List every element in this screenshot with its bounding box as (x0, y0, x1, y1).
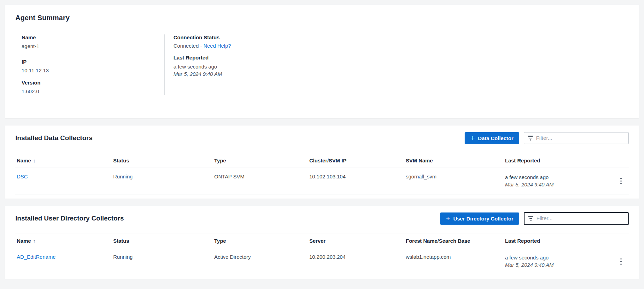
filter-icon (528, 136, 533, 141)
add-user-directory-collector-button-label: User Directory Collector (453, 216, 513, 222)
user-directory-collectors-header: Installed User Directory Collectors + Us… (15, 212, 629, 225)
agent-ip-value: 10.11.12.13 (22, 67, 164, 74)
plus-icon: + (471, 134, 475, 142)
connection-status-label: Connection Status (173, 34, 231, 40)
agent-summary-right-column: Connection Status Connected - Need Help?… (165, 34, 231, 95)
column-header-status[interactable]: Status (113, 238, 214, 244)
plus-icon: + (446, 215, 450, 222)
user-directory-collectors-title: Installed User Directory Collectors (15, 215, 440, 222)
add-user-directory-collector-button[interactable]: + User Directory Collector (440, 212, 519, 225)
add-data-collector-button[interactable]: + Data Collector (465, 132, 519, 144)
user-directory-type-cell: Active Directory (214, 248, 309, 275)
data-collector-actions-cell (613, 168, 629, 194)
column-header-last-reported[interactable]: Last Reported (505, 238, 613, 244)
agent-version-field: Version 1.602.0 (22, 80, 164, 95)
data-collector-svm-name-cell: sgornall_svm (406, 168, 505, 194)
user-directory-collectors-card: Installed User Directory Collectors + Us… (5, 206, 639, 279)
agent-name-label: Name (22, 34, 164, 40)
column-header-type[interactable]: Type (214, 158, 309, 163)
user-directory-collector-row: AD_EditRename Running Active Directory 1… (15, 248, 629, 275)
data-collector-name-link[interactable]: DSC (17, 174, 28, 179)
agent-version-value: 1.602.0 (22, 88, 164, 95)
data-collectors-table: Name↑ Status Type Cluster/SVM IP SVM Nam… (15, 153, 629, 194)
data-collectors-filter-input[interactable] (536, 135, 624, 141)
user-directory-collectors-table: Name↑ Status Type Server Forest Name/Sea… (15, 233, 629, 275)
agent-last-reported-timestamp: Mar 5, 2024 9:40 AM (173, 70, 231, 78)
user-directory-filter-box (524, 212, 629, 225)
last-reported-relative: a few seconds ago (505, 254, 613, 261)
column-header-server[interactable]: Server (309, 238, 406, 244)
agent-ip-label: IP (22, 59, 164, 65)
agent-last-reported-field: Last Reported a few seconds ago Mar 5, 2… (173, 55, 231, 78)
column-header-status[interactable]: Status (113, 158, 214, 163)
user-directory-forest-cell: wslab1.netapp.com (406, 248, 505, 275)
kebab-menu-icon[interactable] (618, 256, 624, 267)
filter-icon (528, 216, 533, 221)
data-collector-cluster-ip-cell: 10.102.103.104 (309, 168, 406, 194)
user-directory-actions-cell (613, 248, 629, 275)
sort-ascending-icon: ↑ (33, 158, 36, 163)
last-reported-timestamp: Mar 5, 2024 9:40 AM (505, 261, 613, 268)
connection-status-text: Connected (173, 43, 199, 49)
data-collectors-filter-box (524, 132, 629, 144)
agent-summary-title: Agent Summary (15, 14, 629, 22)
last-reported-timestamp: Mar 5, 2024 9:40 AM (505, 181, 613, 188)
agent-last-reported-relative: a few seconds ago (173, 63, 231, 70)
sort-ascending-icon: ↑ (33, 238, 36, 244)
last-reported-relative: a few seconds ago (505, 174, 613, 181)
user-directory-server-cell: 10.200.203.204 (309, 248, 406, 275)
agent-last-reported-label: Last Reported (173, 55, 231, 61)
data-collectors-card: Installed Data Collectors + Data Collect… (5, 126, 639, 199)
data-collectors-title: Installed Data Collectors (15, 134, 465, 142)
agent-name-value[interactable]: agent-1 (22, 43, 90, 53)
column-header-forest-name[interactable]: Forest Name/Search Base (406, 238, 505, 244)
connection-status-value: Connected - Need Help? (173, 43, 231, 49)
data-collector-last-reported-cell: a few seconds ago Mar 5, 2024 9:40 AM (505, 168, 613, 194)
agent-ip-field: IP 10.11.12.13 (22, 59, 164, 74)
user-directory-table-header: Name↑ Status Type Server Forest Name/Sea… (15, 233, 629, 248)
agent-summary-body: Name agent-1 IP 10.11.12.13 Version 1.60… (15, 34, 629, 95)
data-collectors-table-header: Name↑ Status Type Cluster/SVM IP SVM Nam… (15, 153, 629, 168)
column-header-name[interactable]: Name↑ (15, 238, 113, 244)
agent-version-label: Version (22, 80, 164, 86)
kebab-menu-icon[interactable] (618, 176, 624, 186)
column-header-last-reported[interactable]: Last Reported (505, 158, 613, 163)
connection-status-field: Connection Status Connected - Need Help? (173, 34, 231, 49)
agent-summary-card: Agent Summary Name agent-1 IP 10.11.12.1… (5, 5, 639, 118)
data-collector-type-cell: ONTAP SVM (214, 168, 309, 194)
data-collector-name-cell: DSC (15, 168, 113, 194)
data-collector-status-cell: Running (113, 168, 214, 194)
need-help-link[interactable]: Need Help? (203, 43, 231, 49)
column-header-type[interactable]: Type (214, 238, 309, 244)
user-directory-filter-input[interactable] (536, 215, 624, 222)
user-directory-status-cell: Running (113, 248, 214, 275)
user-directory-name-cell: AD_EditRename (15, 248, 113, 275)
connection-status-separator: - (199, 43, 203, 49)
add-data-collector-button-label: Data Collector (478, 135, 513, 141)
data-collector-row: DSC Running ONTAP SVM 10.102.103.104 sgo… (15, 168, 629, 194)
agent-name-field: Name agent-1 (22, 34, 164, 53)
data-collectors-header: Installed Data Collectors + Data Collect… (15, 132, 629, 144)
agent-summary-left-column: Name agent-1 IP 10.11.12.13 Version 1.60… (15, 34, 164, 95)
column-header-svm-name[interactable]: SVM Name (406, 158, 505, 163)
user-directory-last-reported-cell: a few seconds ago Mar 5, 2024 9:40 AM (505, 248, 613, 275)
user-directory-name-link[interactable]: AD_EditRename (17, 254, 56, 260)
column-header-cluster-svm-ip[interactable]: Cluster/SVM IP (309, 158, 406, 163)
column-header-name[interactable]: Name↑ (15, 158, 113, 163)
